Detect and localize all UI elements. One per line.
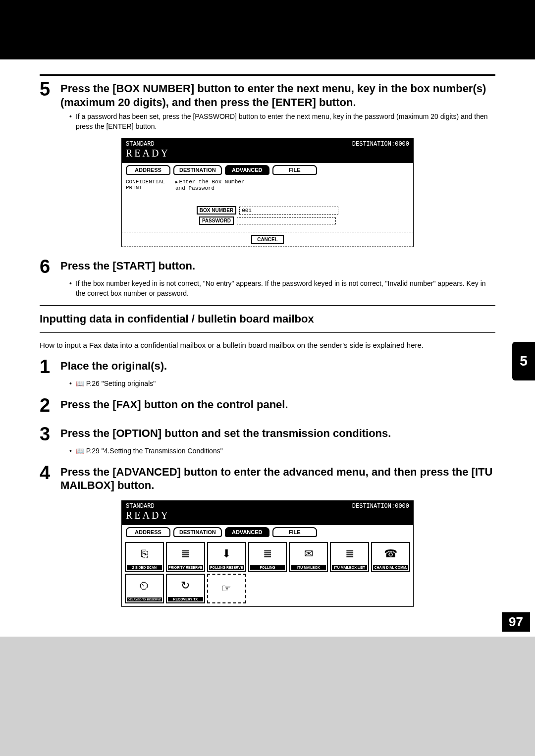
tab-destination[interactable]: DESTINATION <box>173 165 222 175</box>
bullet-dot: • <box>69 279 72 298</box>
screen-tabs: ADDRESS DESTINATION ADVANCED FILE <box>122 163 413 177</box>
recycle-icon: ↻ <box>181 576 190 596</box>
box-number-row: BOX NUMBER 001 <box>126 206 409 215</box>
book-icon: 📖 <box>76 379 84 387</box>
clock-icon: ⏲ <box>139 576 150 596</box>
screen-status-bar: STANDARD DESTINATION:0000 READY <box>122 139 413 163</box>
btn-delayed-tx-reserve[interactable]: ⏲ DELAYED TX RESERVE <box>125 574 164 603</box>
password-input[interactable] <box>237 217 336 224</box>
tab-advanced[interactable]: ADVANCED <box>225 527 269 537</box>
bullet-text: If a password has been set, press the [P… <box>76 112 495 131</box>
bullet-dot: • <box>69 446 72 456</box>
section-description: How to input a Fax data into a confident… <box>40 340 495 350</box>
step-title: Place the original(s). <box>60 357 167 373</box>
empty-cell <box>330 574 369 603</box>
rule-top <box>40 74 495 76</box>
status-destination: DESTINATION:0000 <box>352 141 409 148</box>
tab-destination[interactable]: DESTINATION <box>173 527 222 537</box>
advanced-grid: ⎘ 2-SIDED SCAN ≣ PRIORITY RESERVE ⬇ POLL… <box>122 539 413 606</box>
list-icon: ≣ <box>345 544 354 564</box>
step-title: Press the [ADVANCED] button to enter the… <box>60 463 495 492</box>
b-step-4: 4 Press the [ADVANCED] button to enter t… <box>40 463 495 492</box>
bullet-ref: 📖 P.29 "4.Setting the Transmission Condi… <box>76 446 495 456</box>
btn-itu-mailbox-list[interactable]: ≣ ITU MAILBOX LIST <box>330 542 369 572</box>
lcd-screen-1: STANDARD DESTINATION:0000 READY ADDRESS … <box>121 138 414 247</box>
download-icon: ⬇ <box>222 544 231 564</box>
cell-label: POLLING <box>250 565 285 570</box>
b-step-3: 3 Press the [OPTION] button and set the … <box>40 425 495 443</box>
b-step-3-bullets: • 📖 P.29 "4.Setting the Transmission Con… <box>69 446 495 456</box>
step-6: 6 Press the [START] button. <box>40 257 495 276</box>
list-icon: ≣ <box>263 544 272 564</box>
btn-2sided-scan[interactable]: ⎘ 2-SIDED SCAN <box>125 542 164 572</box>
btn-itu-mailbox[interactable]: ✉ ITU MAILBOX <box>289 542 328 572</box>
list-icon: ≣ <box>181 544 190 564</box>
b-step-2: 2 Press the [FAX] button on the control … <box>40 396 495 415</box>
status-ready: READY <box>126 148 409 159</box>
page-number: 97 <box>502 612 530 632</box>
btn-recovery-tx[interactable]: ↻ RECOVERY TX <box>166 574 205 603</box>
cell-label: ITU MAILBOX LIST <box>332 565 367 570</box>
btn-polling-reserve[interactable]: ⬇ POLLING RESERVE <box>207 542 246 572</box>
ref-text: P.26 "Setting originals" <box>86 379 156 387</box>
chapter-tab: 5 <box>512 342 535 380</box>
screen-status-bar: STANDARD DESTINATION:0000 READY <box>122 501 413 525</box>
section-rule-top <box>40 305 495 306</box>
step-title: Press the [FAX] button on the control pa… <box>60 396 288 412</box>
step-number: 6 <box>40 257 54 276</box>
mailbox-icon: ✉ <box>304 544 313 564</box>
btn-priority-reserve[interactable]: ≣ PRIORITY RESERVE <box>166 542 205 572</box>
section-heading: Inputting data in confidential / bulleti… <box>40 313 495 325</box>
status-standard: STANDARD <box>126 141 352 148</box>
b-step-1: 1 Place the original(s). <box>40 357 495 376</box>
step-5: 5 Press the [BOX NUMBER] button to enter… <box>40 80 495 109</box>
btn-disabled: ☞ <box>207 574 246 603</box>
empty-cell <box>248 574 287 603</box>
tab-file[interactable]: FILE <box>272 165 317 175</box>
enter-box-prompt: Enter the Box Number and Password <box>175 179 409 191</box>
cell-label: RECOVERY TX <box>168 597 203 601</box>
ref-text: P.29 "4.Setting the Transmission Conditi… <box>86 447 223 455</box>
step-number: 2 <box>40 396 54 415</box>
password-row: PASSWORD <box>126 216 409 225</box>
tab-file[interactable]: FILE <box>272 527 317 537</box>
page-body: 5 Press the [BOX NUMBER] button to enter… <box>0 59 535 637</box>
step-title: Press the [START] button. <box>60 257 195 273</box>
book-icon: 📖 <box>76 447 84 455</box>
step-number: 4 <box>40 463 54 482</box>
cell-label: ITU MAILBOX <box>291 565 326 570</box>
empty-cell <box>371 574 410 603</box>
lcd-screen-2: STANDARD DESTINATION:0000 READY ADDRESS … <box>121 500 414 607</box>
page-header-black <box>0 0 535 59</box>
step-number: 1 <box>40 357 54 376</box>
status-standard: STANDARD <box>126 503 352 510</box>
two-sided-icon: ⎘ <box>141 544 148 564</box>
box-number-input[interactable]: 001 <box>239 207 338 215</box>
password-button[interactable]: PASSWORD <box>199 216 234 225</box>
screen-tabs: ADDRESS DESTINATION ADVANCED FILE <box>122 525 413 539</box>
tab-address[interactable]: ADDRESS <box>126 165 170 175</box>
section-rule-bottom <box>40 332 495 333</box>
cell-label: POLLING RESERVE <box>209 565 244 570</box>
empty-cell <box>289 574 328 603</box>
cancel-button[interactable]: CANCEL <box>251 235 284 244</box>
step-number: 3 <box>40 425 54 443</box>
bullet-dot: • <box>69 379 72 389</box>
bullet-dot: • <box>69 112 72 131</box>
cell-label: DELAYED TX RESERVE <box>127 597 162 601</box>
status-destination: DESTINATION:0000 <box>352 503 409 510</box>
tab-advanced[interactable]: ADVANCED <box>225 165 269 175</box>
step-5-bullets: • If a password has been set, press the … <box>69 112 495 131</box>
step-number: 5 <box>40 80 54 99</box>
step-6-bullets: • If the box number keyed in is not corr… <box>69 279 495 298</box>
hand-icon: ☞ <box>221 576 231 601</box>
btn-polling[interactable]: ≣ POLLING <box>248 542 287 572</box>
btn-chain-dial-comm[interactable]: ☎ CHAIN DIAL COMM. <box>371 542 410 572</box>
cell-label: 2-SIDED SCAN <box>127 565 162 570</box>
tab-address[interactable]: ADDRESS <box>126 527 170 537</box>
step-title: Press the [OPTION] button and set the tr… <box>60 425 391 440</box>
box-number-button[interactable]: BOX NUMBER <box>197 206 236 215</box>
cell-label: PRIORITY RESERVE <box>168 565 203 570</box>
step-title: Press the [BOX NUMBER] button to enter t… <box>60 80 495 109</box>
cell-label: CHAIN DIAL COMM. <box>373 565 408 570</box>
